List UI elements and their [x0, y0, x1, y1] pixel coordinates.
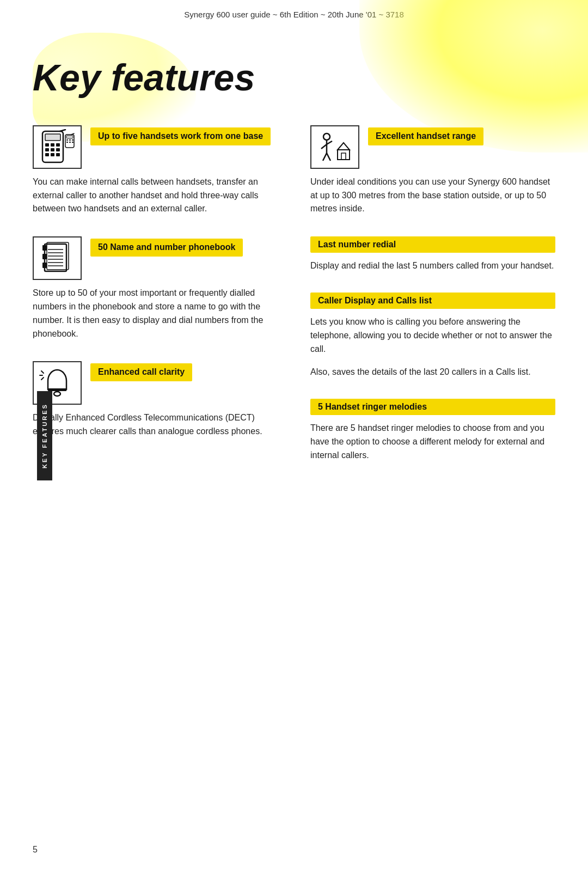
svg-line-20: [71, 133, 74, 135]
phone-icon: [33, 125, 82, 169]
feature-phonebook-text: Store up to 50 of your most important or…: [33, 287, 278, 340]
svg-line-43: [327, 141, 332, 144]
svg-rect-19: [72, 142, 74, 143]
feature-caller: Caller Display and Calls list Lets you k…: [310, 293, 555, 379]
feature-redial-label: Last number redial: [310, 236, 555, 253]
svg-rect-9: [51, 153, 54, 156]
svg-rect-10: [56, 153, 60, 156]
feature-ringer: 5 Handset ringer melodies There are 5 ha…: [310, 399, 555, 462]
svg-line-34: [41, 371, 44, 373]
svg-rect-6: [51, 148, 54, 151]
feature-caller-text: Lets you know who is calling you before …: [310, 315, 555, 356]
svg-line-36: [41, 377, 44, 380]
svg-rect-1: [45, 134, 60, 141]
svg-rect-14: [66, 139, 68, 141]
person-icon: [310, 125, 359, 169]
feature-redial: Last number redial Display and redial th…: [310, 236, 555, 273]
svg-rect-39: [341, 153, 346, 160]
feature-caller-text2: Also, saves the details of the last 20 c…: [310, 366, 555, 379]
svg-rect-3: [51, 143, 54, 147]
left-column: Up to five handsets work from one base Y…: [33, 125, 278, 482]
svg-rect-8: [45, 153, 49, 156]
feature-handsets-label: Up to five handsets work from one base: [90, 127, 271, 145]
svg-rect-2: [45, 143, 49, 147]
svg-rect-18: [69, 142, 71, 143]
svg-rect-24: [42, 263, 47, 268]
svg-rect-5: [45, 148, 49, 151]
svg-point-40: [323, 133, 330, 140]
svg-rect-22: [42, 245, 47, 251]
phonebook-icon: [33, 236, 82, 280]
svg-point-33: [54, 392, 60, 396]
feature-dect-label: Enhanced call clarity: [90, 363, 192, 381]
right-column: Excellent handset range Under ideal cond…: [310, 125, 555, 482]
feature-dect-text: Digitally Enhanced Cordless Telecommunic…: [33, 411, 278, 438]
svg-rect-13: [66, 136, 73, 138]
feature-handsets: Up to five handsets work from one base Y…: [33, 125, 278, 216]
side-tab: KEY FEATURES: [37, 391, 52, 480]
svg-rect-37: [338, 150, 350, 160]
feature-phonebook-label: 50 Name and number phonebook: [90, 239, 243, 257]
feature-range-label: Excellent handset range: [368, 127, 483, 145]
svg-rect-23: [42, 254, 47, 259]
feature-caller-label: Caller Display and Calls list: [310, 293, 555, 309]
feature-range-text: Under ideal conditions you can use your …: [310, 175, 555, 216]
feature-handsets-text: You can make internal calls between hand…: [33, 175, 278, 216]
svg-rect-15: [69, 139, 71, 141]
feature-redial-text: Display and redial the last 5 numbers ca…: [310, 259, 555, 273]
svg-rect-21: [45, 244, 66, 271]
svg-rect-4: [56, 143, 60, 147]
svg-rect-7: [56, 148, 60, 151]
svg-rect-16: [72, 139, 74, 141]
svg-line-45: [327, 153, 330, 161]
page-title: Key features: [33, 57, 555, 98]
svg-line-11: [60, 130, 65, 131]
feature-range: Excellent handset range Under ideal cond…: [310, 125, 555, 216]
svg-marker-38: [338, 143, 350, 150]
svg-rect-17: [66, 142, 68, 143]
svg-line-44: [323, 153, 327, 161]
feature-ringer-text: There are 5 handset ringer melodies to c…: [310, 422, 555, 462]
feature-ringer-label: 5 Handset ringer melodies: [310, 399, 555, 415]
page-number: 5: [33, 845, 38, 855]
svg-line-42: [321, 144, 327, 149]
feature-dect: Enhanced call clarity Digitally Enhanced…: [33, 361, 278, 438]
feature-phonebook: 50 Name and number phonebook Store up to…: [33, 236, 278, 340]
